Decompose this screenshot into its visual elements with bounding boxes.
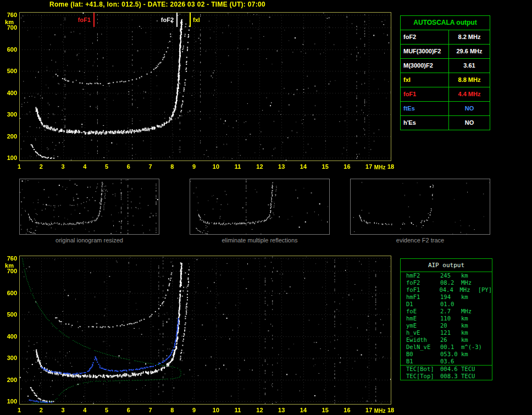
- aip-param-value: 01.0: [440, 301, 461, 308]
- aip-param-name: foF1: [406, 286, 439, 294]
- aip-param-extra: [480, 344, 492, 351]
- aip-param-unit: km: [461, 351, 480, 358]
- aip-param-value: 004.6: [440, 366, 461, 373]
- aip-param-extra: [480, 315, 492, 322]
- thumb-caption-evidence: evidence F2 trace: [350, 237, 490, 244]
- aip-param-name: B1: [406, 358, 440, 365]
- aip-param-value: 110: [440, 315, 461, 322]
- aip-param-extra: [480, 279, 492, 286]
- thumb-eliminate-reflections: [190, 179, 330, 235]
- aip-row-hmF2: hmF2245km: [401, 272, 492, 279]
- aip-row-DelN_vE: DelN_vE00.1m^(-3): [401, 344, 492, 351]
- aip-param-extra: [480, 272, 492, 279]
- autoscala-row-fxI: fxI8.8 MHz: [401, 73, 490, 87]
- aip-param-extra: [480, 358, 492, 365]
- aip-param-name: h_vE: [406, 329, 440, 336]
- autoscala-param-label: MUF(3000)F2: [401, 45, 449, 58]
- aip-param-value: 08.2: [440, 279, 461, 286]
- aip-param-unit: TECU: [461, 366, 480, 373]
- thumb-caption-original: original ionogram resized: [19, 237, 159, 244]
- autoscala-row-M(3000)F2: M(3000)F23.61: [401, 59, 490, 73]
- aip-param-value: 26: [440, 336, 461, 344]
- aip-param-value: 008.3: [440, 373, 461, 380]
- autoscala-row-foF1: foF14.4 MHz: [401, 87, 490, 102]
- autoscala-row-h'Es: h'EsNO: [401, 116, 490, 130]
- aip-param-extra: [480, 373, 492, 380]
- aip-param-unit: MHz: [461, 279, 480, 286]
- aip-param-value: 04.4: [439, 286, 459, 294]
- autoscala-row-ftEs: ftEsNO: [401, 102, 490, 116]
- aip-param-value: 245: [440, 272, 461, 279]
- aip-param-value: 053.0: [440, 351, 461, 358]
- aip-param-extra: [480, 329, 492, 336]
- aip-param-name: TEC[Bot]: [406, 366, 440, 373]
- aip-param-name: hmF1: [406, 294, 440, 301]
- aip-row-TEC[Top]: TEC[Top]008.3TECU: [401, 373, 492, 380]
- autoscala-screen: Rome (lat: +41.8, lon: 012.5) - DATE: 20…: [0, 0, 532, 415]
- aip-param-name: DelN_vE: [406, 344, 440, 351]
- autoscala-param-label: foF2: [401, 30, 449, 44]
- aip-param-value: 121: [440, 329, 461, 336]
- autoscala-param-value: 4.4 MHz: [449, 87, 490, 101]
- aip-param-unit: km: [461, 329, 480, 336]
- aip-row-TEC[Bot]: TEC[Bot]004.6TECU: [401, 365, 492, 373]
- autoscala-row-MUF(3000)F2: MUF(3000)F229.6 MHz: [401, 45, 490, 59]
- aip-param-name: hmE: [406, 315, 440, 322]
- aip-row-D1: D101.0: [401, 301, 492, 308]
- aip-output-table: AIP output hmF2245kmfoF208.2MHzfoF104.4M…: [400, 258, 492, 380]
- autoscala-param-value: 8.2 MHz: [449, 30, 490, 44]
- thumb-evidence-f2-trace: [350, 179, 490, 235]
- autoscala-table-rows: foF28.2 MHzMUF(3000)F229.6 MHzM(3000)F23…: [401, 30, 490, 130]
- aip-row-foF2: foF208.2MHz: [401, 279, 492, 286]
- aip-row-B1: B103.6: [401, 358, 492, 365]
- aip-param-extra: [PY]: [478, 286, 492, 294]
- aip-param-unit: [461, 301, 480, 308]
- aip-param-extra: [480, 294, 492, 301]
- aip-param-extra: [480, 366, 492, 373]
- aip-row-hmE: hmE110km: [401, 315, 492, 322]
- aip-param-unit: TECU: [461, 373, 480, 380]
- aip-row-ymE: ymE20km: [401, 322, 492, 329]
- autoscala-param-label: h'Es: [401, 116, 449, 130]
- aip-param-name: Ewidth: [406, 336, 440, 344]
- aip-param-name: foE: [406, 308, 440, 315]
- autoscala-param-value: 8.8 MHz: [449, 73, 490, 87]
- aip-param-value: 2.7: [440, 308, 461, 315]
- profile-ionogram-plot: [0, 251, 396, 415]
- aip-row-foE: foE2.7MHz: [401, 308, 492, 315]
- aip-param-extra: [480, 351, 492, 358]
- aip-param-unit: MHz: [460, 286, 478, 294]
- aip-param-unit: km: [461, 315, 480, 322]
- autoscala-param-value: NO: [449, 102, 490, 115]
- aip-param-name: TEC[Top]: [406, 373, 440, 380]
- aip-param-name: B0: [406, 351, 440, 358]
- aip-param-unit: km: [461, 336, 480, 344]
- autoscala-param-label: M(3000)F2: [401, 59, 449, 73]
- autoscala-param-label: fxI: [401, 73, 449, 87]
- aip-param-value: 20: [440, 322, 461, 329]
- aip-param-unit: km: [461, 272, 480, 279]
- aip-table-rows: hmF2245kmfoF208.2MHzfoF104.4MHz[PY]hmF11…: [401, 272, 492, 380]
- autoscala-param-value: NO: [449, 116, 490, 130]
- aip-row-foF1: foF104.4MHz[PY]: [401, 286, 492, 294]
- aip-row-hmF1: hmF1194km: [401, 294, 492, 301]
- thumb-caption-eliminate: eliminate multiple reflections: [190, 237, 330, 244]
- autoscala-row-foF2: foF28.2 MHz: [401, 30, 490, 45]
- aip-param-name: hmF2: [406, 272, 440, 279]
- autoscala-output-table: AUTOSCALA output foF28.2 MHzMUF(3000)F22…: [400, 15, 490, 130]
- thumb-original-ionogram: [19, 179, 159, 235]
- aip-param-extra: [480, 301, 492, 308]
- aip-row-h_vE: h_vE121km: [401, 329, 492, 336]
- aip-param-value: 03.6: [440, 358, 461, 365]
- aip-param-name: D1: [406, 301, 440, 308]
- autoscala-param-value: 3.61: [449, 59, 490, 73]
- aip-param-extra: [480, 322, 492, 329]
- aip-param-value: 00.1: [440, 344, 461, 351]
- station-date-title: Rome (lat: +41.8, lon: 012.5) - DATE: 20…: [49, 1, 265, 8]
- aip-param-unit: m^(-3): [461, 344, 480, 351]
- ionogram-plot: [0, 8, 396, 173]
- aip-table-title: AIP output: [401, 259, 492, 272]
- aip-param-extra: [480, 336, 492, 344]
- aip-param-unit: [461, 358, 480, 365]
- autoscala-param-label: ftEs: [401, 102, 449, 115]
